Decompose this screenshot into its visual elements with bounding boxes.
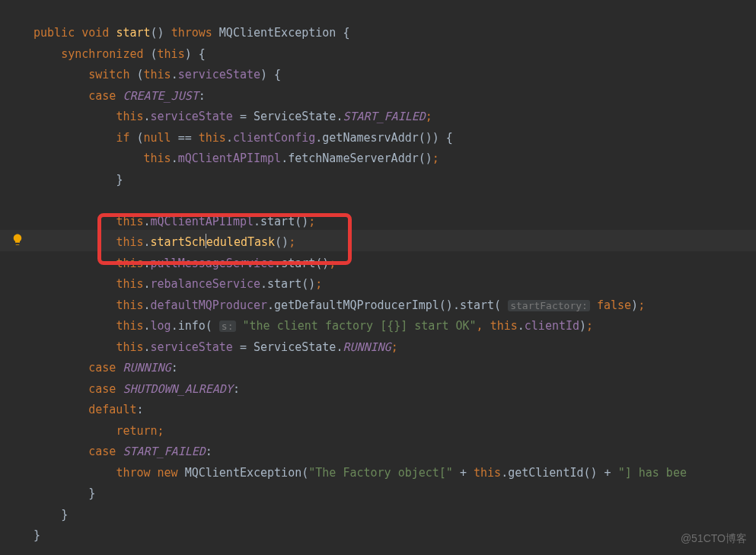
code-line: throw new MQClientException("The Factory… bbox=[33, 463, 756, 484]
code-line: this.pullMessageService.start(); bbox=[33, 254, 756, 275]
code-line bbox=[33, 190, 756, 212]
code-line: this.startScheduledTask(); bbox=[33, 232, 756, 254]
code-line: this.log.info( s: "the client factory [{… bbox=[33, 316, 756, 337]
code-line: synchronized (this) { bbox=[33, 44, 756, 65]
code-line: case SHUTDOWN_ALREADY: bbox=[33, 379, 756, 400]
code-line: case CREATE_JUST: bbox=[33, 86, 756, 107]
code-line: this.serviceState = ServiceState.START_F… bbox=[33, 107, 756, 128]
code-line: } bbox=[33, 505, 756, 526]
code-line: return; bbox=[33, 421, 756, 442]
code-line: } bbox=[33, 170, 756, 191]
code-line: switch (this.serviceState) { bbox=[33, 65, 756, 86]
code-line: this.mQClientAPIImpl.start(); bbox=[33, 212, 756, 233]
code-line: } bbox=[33, 483, 756, 505]
code-line: this.serviceState = ServiceState.RUNNING… bbox=[33, 337, 756, 359]
code-editor[interactable]: public void start() throws MQClientExcep… bbox=[0, 23, 756, 547]
code-line: this.defaultMQProducer.getDefaultMQProdu… bbox=[33, 295, 756, 317]
code-line: default: bbox=[33, 400, 756, 421]
code-line: if (null == this.clientConfig.getNamesrv… bbox=[33, 128, 756, 149]
code-line: this.rebalanceService.start(); bbox=[33, 274, 756, 295]
code-line: } bbox=[33, 525, 756, 547]
inlay-hint: startFactory: bbox=[508, 300, 590, 311]
intention-bulb-icon[interactable] bbox=[11, 233, 24, 247]
code-line: public void start() throws MQClientExcep… bbox=[33, 23, 756, 44]
code-line: case RUNNING: bbox=[33, 358, 756, 379]
code-line: this.mQClientAPIImpl.fetchNameServerAddr… bbox=[33, 148, 756, 170]
inlay-hint: s: bbox=[219, 321, 236, 332]
code-line: case START_FAILED: bbox=[33, 442, 756, 463]
